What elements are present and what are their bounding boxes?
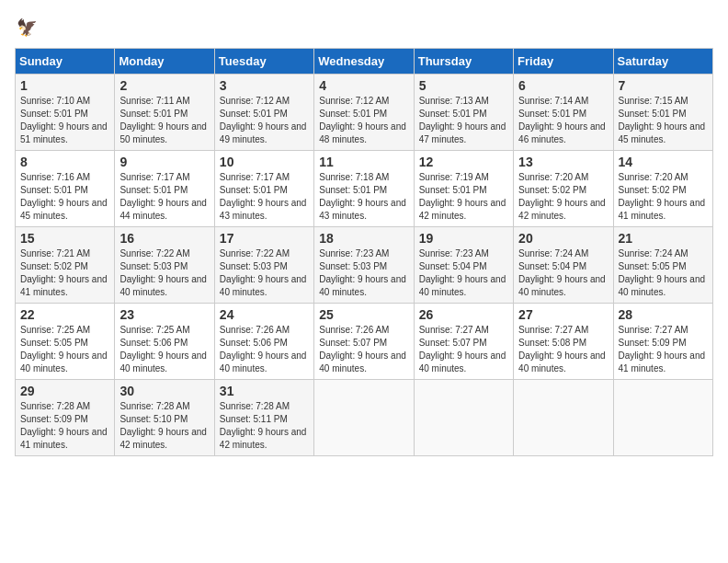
sunset-label: Sunset: 5:01 PM — [319, 185, 387, 195]
weekday-header-saturday: Saturday — [613, 49, 712, 75]
day-info: Sunrise: 7:20 AM Sunset: 5:02 PM Dayligh… — [619, 171, 708, 223]
sunset-label: Sunset: 5:07 PM — [419, 338, 487, 348]
sunrise-label: Sunrise: 7:22 AM — [220, 248, 290, 259]
weekday-header-thursday: Thursday — [414, 49, 513, 75]
sunrise-label: Sunrise: 7:15 AM — [619, 96, 688, 106]
daylight-label: Daylight: 9 hours and 42 minutes. — [518, 198, 606, 221]
calendar-week-row: 8 Sunrise: 7:16 AM Sunset: 5:01 PM Dayli… — [16, 151, 713, 227]
weekday-header-sunday: Sunday — [16, 49, 115, 75]
day-number: 22 — [20, 307, 109, 322]
day-info: Sunrise: 7:13 AM Sunset: 5:01 PM Dayligh… — [419, 95, 508, 146]
calendar-cell: 23 Sunrise: 7:25 AM Sunset: 5:06 PM Dayl… — [115, 304, 214, 380]
calendar-cell: 18 Sunrise: 7:23 AM Sunset: 5:03 PM Dayl… — [314, 227, 414, 304]
daylight-label: Daylight: 9 hours and 51 minutes. — [20, 121, 108, 144]
day-info: Sunrise: 7:22 AM Sunset: 5:03 PM Dayligh… — [119, 247, 209, 299]
daylight-label: Daylight: 9 hours and 41 minutes. — [20, 274, 108, 297]
day-number: 21 — [619, 231, 708, 246]
calendar-cell: 21 Sunrise: 7:24 AM Sunset: 5:05 PM Dayl… — [613, 227, 712, 304]
day-number: 7 — [619, 78, 708, 93]
day-number: 1 — [20, 78, 109, 93]
calendar-cell: 19 Sunrise: 7:23 AM Sunset: 5:04 PM Dayl… — [414, 227, 513, 304]
sunset-label: Sunset: 5:05 PM — [20, 338, 88, 348]
day-number: 25 — [319, 307, 408, 322]
calendar-cell: 11 Sunrise: 7:18 AM Sunset: 5:01 PM Dayl… — [314, 151, 414, 227]
day-info: Sunrise: 7:28 AM Sunset: 5:10 PM Dayligh… — [119, 400, 209, 452]
day-number: 11 — [319, 155, 408, 169]
sunset-label: Sunset: 5:01 PM — [419, 109, 487, 119]
daylight-label: Daylight: 9 hours and 41 minutes. — [20, 427, 108, 450]
day-info: Sunrise: 7:25 AM Sunset: 5:06 PM Dayligh… — [119, 324, 209, 375]
day-number: 14 — [619, 155, 708, 169]
sunrise-label: Sunrise: 7:20 AM — [619, 172, 688, 182]
day-info: Sunrise: 7:28 AM Sunset: 5:11 PM Dayligh… — [220, 400, 309, 452]
calendar-cell: 30 Sunrise: 7:28 AM Sunset: 5:10 PM Dayl… — [115, 380, 214, 456]
calendar-cell: 5 Sunrise: 7:13 AM Sunset: 5:01 PM Dayli… — [414, 75, 513, 151]
calendar-cell: 14 Sunrise: 7:20 AM Sunset: 5:02 PM Dayl… — [613, 151, 712, 227]
day-info: Sunrise: 7:27 AM Sunset: 5:09 PM Dayligh… — [619, 324, 708, 375]
sunset-label: Sunset: 5:05 PM — [619, 261, 687, 271]
calendar-cell: 6 Sunrise: 7:14 AM Sunset: 5:01 PM Dayli… — [514, 75, 613, 151]
sunset-label: Sunset: 5:07 PM — [319, 338, 387, 348]
day-number: 3 — [220, 78, 309, 93]
daylight-label: Daylight: 9 hours and 41 minutes. — [619, 198, 706, 221]
sunset-label: Sunset: 5:01 PM — [319, 109, 387, 119]
logo: 🦅 — [15, 15, 42, 40]
calendar-cell — [514, 380, 613, 456]
sunrise-label: Sunrise: 7:22 AM — [119, 248, 189, 259]
sunset-label: Sunset: 5:03 PM — [119, 261, 188, 271]
calendar-cell: 7 Sunrise: 7:15 AM Sunset: 5:01 PM Dayli… — [613, 75, 712, 151]
day-number: 5 — [419, 78, 508, 93]
day-info: Sunrise: 7:26 AM Sunset: 5:06 PM Dayligh… — [220, 324, 309, 375]
calendar-cell: 15 Sunrise: 7:21 AM Sunset: 5:02 PM Dayl… — [16, 227, 115, 304]
sunset-label: Sunset: 5:06 PM — [119, 338, 188, 348]
sunrise-label: Sunrise: 7:16 AM — [20, 172, 90, 182]
daylight-label: Daylight: 9 hours and 40 minutes. — [619, 274, 706, 297]
sunrise-label: Sunrise: 7:17 AM — [220, 172, 290, 182]
day-number: 26 — [419, 307, 508, 322]
calendar-cell: 27 Sunrise: 7:27 AM Sunset: 5:08 PM Dayl… — [514, 304, 613, 380]
day-info: Sunrise: 7:14 AM Sunset: 5:01 PM Dayligh… — [518, 95, 608, 146]
sunrise-label: Sunrise: 7:26 AM — [220, 325, 290, 335]
calendar-cell: 25 Sunrise: 7:26 AM Sunset: 5:07 PM Dayl… — [314, 304, 414, 380]
calendar-cell: 22 Sunrise: 7:25 AM Sunset: 5:05 PM Dayl… — [16, 304, 115, 380]
daylight-label: Daylight: 9 hours and 40 minutes. — [220, 274, 307, 297]
calendar-cell: 31 Sunrise: 7:28 AM Sunset: 5:11 PM Dayl… — [214, 380, 313, 456]
day-number: 17 — [220, 231, 309, 246]
sunrise-label: Sunrise: 7:11 AM — [119, 96, 189, 106]
daylight-label: Daylight: 9 hours and 47 minutes. — [419, 121, 506, 144]
daylight-label: Daylight: 9 hours and 42 minutes. — [220, 427, 307, 450]
sunset-label: Sunset: 5:04 PM — [518, 261, 586, 271]
day-number: 12 — [419, 155, 508, 169]
daylight-label: Daylight: 9 hours and 40 minutes. — [20, 350, 108, 373]
sunrise-label: Sunrise: 7:19 AM — [419, 172, 489, 182]
sunrise-label: Sunrise: 7:13 AM — [419, 96, 489, 106]
day-info: Sunrise: 7:27 AM Sunset: 5:08 PM Dayligh… — [518, 324, 608, 375]
day-number: 9 — [119, 155, 209, 169]
daylight-label: Daylight: 9 hours and 45 minutes. — [20, 198, 108, 221]
sunset-label: Sunset: 5:11 PM — [220, 414, 288, 424]
weekday-header-tuesday: Tuesday — [214, 49, 313, 75]
sunrise-label: Sunrise: 7:27 AM — [419, 325, 489, 335]
day-number: 16 — [119, 231, 209, 246]
day-number: 28 — [619, 307, 708, 322]
daylight-label: Daylight: 9 hours and 44 minutes. — [119, 198, 207, 221]
day-number: 23 — [119, 307, 209, 322]
sunrise-label: Sunrise: 7:10 AM — [20, 96, 90, 106]
calendar-cell: 4 Sunrise: 7:12 AM Sunset: 5:01 PM Dayli… — [314, 75, 414, 151]
day-info: Sunrise: 7:12 AM Sunset: 5:01 PM Dayligh… — [220, 95, 309, 146]
sunset-label: Sunset: 5:10 PM — [119, 414, 188, 424]
day-info: Sunrise: 7:23 AM Sunset: 5:03 PM Dayligh… — [319, 247, 408, 299]
daylight-label: Daylight: 9 hours and 40 minutes. — [419, 350, 506, 373]
sunset-label: Sunset: 5:01 PM — [119, 109, 188, 119]
daylight-label: Daylight: 9 hours and 49 minutes. — [220, 121, 307, 144]
sunset-label: Sunset: 5:01 PM — [419, 185, 487, 195]
day-info: Sunrise: 7:19 AM Sunset: 5:01 PM Dayligh… — [419, 171, 508, 223]
day-info: Sunrise: 7:11 AM Sunset: 5:01 PM Dayligh… — [119, 95, 209, 146]
day-number: 31 — [220, 384, 309, 398]
day-number: 30 — [119, 384, 209, 398]
daylight-label: Daylight: 9 hours and 40 minutes. — [319, 350, 406, 373]
page-container: 🦅 SundayMondayTuesdayWednesdayThursdayFr… — [15, 15, 713, 456]
sunset-label: Sunset: 5:02 PM — [619, 185, 687, 195]
weekday-header-friday: Friday — [514, 49, 613, 75]
day-number: 20 — [518, 231, 608, 246]
